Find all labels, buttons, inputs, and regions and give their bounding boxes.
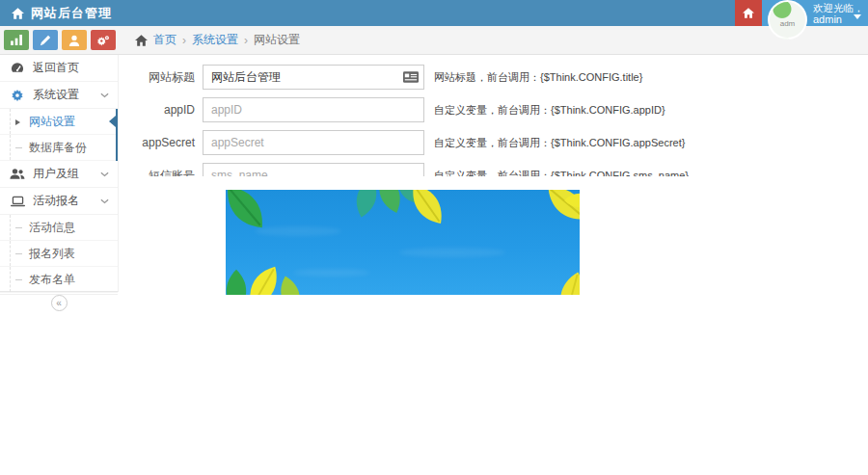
sidebar-subitem-publish-list[interactable]: 发布名单 (0, 267, 118, 293)
activity-submenu: 活动信息 报名列表 发布名单 (0, 215, 118, 293)
sidebar-item-back-home[interactable]: 返回首页 (0, 55, 118, 82)
breadcrumb-separator: › (244, 34, 248, 47)
sidebar-collapse-row: « (0, 294, 118, 311)
sidebar-item-system-settings[interactable]: 系统设置 (0, 82, 118, 109)
sidebar-item-users-groups[interactable]: 用户及组 (0, 161, 118, 188)
breadcrumb-section-link[interactable]: 系统设置 (192, 32, 238, 48)
form-row-appid: appID 自定义变量，前台调用：{$Think.CONFIG.appID} (135, 97, 868, 122)
site-title-input[interactable] (203, 65, 424, 90)
main-content: 网站标题 网站标题，前台调用：{$Think.CONFIG.title} app… (119, 55, 868, 176)
avatar-text: adm (780, 19, 796, 28)
sidebar-subitem-label: 数据库备份 (29, 140, 87, 156)
field-label: 短信账号 (135, 168, 195, 177)
avatar: adm (768, 0, 807, 40)
home-icon (135, 35, 148, 46)
sidebar-subitem-activity-info[interactable]: 活动信息 (0, 215, 118, 241)
home-icon (743, 8, 754, 18)
appid-input[interactable] (203, 97, 424, 122)
sidebar-collapse-button[interactable]: « (51, 295, 68, 311)
chevron-down-icon (100, 172, 109, 177)
pencil-icon (40, 35, 51, 46)
leaf-icon (542, 265, 580, 295)
quick-toolbar (0, 30, 119, 50)
form-row-site-title: 网站标题 网站标题，前台调用：{$Think.CONFIG.title} (135, 65, 868, 90)
tree-dash-icon (15, 147, 22, 148)
edit-button[interactable] (33, 30, 58, 50)
chevron-down-icon (100, 198, 109, 204)
welcome-label: 欢迎光临， (813, 2, 864, 13)
tree-dash-icon (15, 279, 22, 280)
gear-icon (10, 89, 25, 102)
welcome-text: 欢迎光临， admin (813, 2, 864, 25)
user-icon (68, 35, 80, 46)
tree-dash-icon (15, 227, 22, 228)
sidebar-subitem-label: 发布名单 (29, 272, 75, 288)
field-hint: 自定义变量，前台调用：{$Think.CONFIG.appID} (434, 103, 665, 118)
chart-button[interactable] (4, 30, 29, 50)
breadcrumb-home-link[interactable]: 首页 (153, 32, 176, 48)
app-brand[interactable]: 网站后台管理 (0, 5, 112, 22)
sidebar-subitem-label: 网站设置 (29, 114, 75, 130)
leaf-icon (226, 190, 272, 234)
sidebar-item-label: 活动报名 (33, 193, 79, 209)
sidebar-subitem-label: 报名列表 (29, 246, 75, 262)
caret-right-icon (15, 119, 20, 125)
system-settings-submenu: 网站设置 数据库备份 (0, 109, 118, 161)
sidebar-item-activity-signup[interactable]: 活动报名 (0, 188, 118, 215)
settings-form: 网站标题 网站标题，前台调用：{$Think.CONFIG.title} app… (119, 55, 868, 176)
sms-name-input[interactable] (203, 163, 424, 176)
home-icon (12, 8, 24, 19)
active-item-arrow-icon (109, 116, 116, 127)
form-row-sms-account: 短信账号 自定义变量，前台调用：{$Think.CONFIG.sms_name} (135, 163, 868, 176)
banner-image (226, 190, 580, 295)
sidebar-item-label: 系统设置 (33, 87, 79, 103)
cogs-icon (96, 35, 110, 46)
sidebar-subitem-signup-list[interactable]: 报名列表 (0, 241, 118, 267)
breadcrumb-separator: › (182, 34, 186, 47)
users-icon (10, 168, 25, 180)
chevron-down-icon (100, 92, 109, 98)
username-label: admin (813, 13, 842, 25)
field-hint: 自定义变量，前台调用：{$Think.CONFIG.appSecret} (434, 136, 685, 150)
appsecret-input[interactable] (203, 130, 424, 155)
field-label: appSecret (135, 136, 195, 149)
sidebar-item-label: 用户及组 (33, 166, 79, 182)
sidebar-subitem-site-settings[interactable]: 网站设置 (0, 109, 116, 135)
sidebar-subitem-label: 活动信息 (29, 220, 75, 236)
sidebar: 返回首页 系统设置 网站设置 数据库备份 用户及组 (0, 55, 119, 292)
field-label: appID (135, 103, 195, 117)
app-title: 网站后台管理 (31, 5, 112, 22)
id-card-icon (403, 71, 419, 83)
user-button[interactable] (62, 30, 87, 50)
topbar: 网站后台管理 adm 欢迎光临， admin (0, 0, 868, 26)
laptop-icon (10, 196, 25, 207)
field-hint: 网站标题，前台调用：{$Think.CONFIG.title} (434, 70, 642, 85)
field-label: 网站标题 (135, 69, 195, 86)
topbar-right: adm 欢迎光临， admin (735, 0, 868, 26)
user-menu[interactable]: adm 欢迎光临， admin (762, 0, 868, 26)
chart-bars-icon (11, 35, 23, 45)
toolbar-strip: 首页 › 系统设置 › 网站设置 (0, 26, 868, 55)
settings-button[interactable] (91, 30, 116, 50)
chevron-down-icon (854, 14, 861, 19)
leaf-icon (401, 190, 452, 230)
tree-dash-icon (15, 253, 22, 254)
breadcrumb-current: 网站设置 (254, 32, 300, 48)
sidebar-item-label: 返回首页 (33, 60, 79, 76)
form-row-appsecret: appSecret 自定义变量，前台调用：{$Think.CONFIG.appS… (135, 130, 868, 155)
breadcrumb: 首页 › 系统设置 › 网站设置 (119, 32, 300, 48)
home-button[interactable] (735, 0, 762, 26)
dashboard-icon (10, 62, 25, 74)
sidebar-subitem-db-backup[interactable]: 数据库备份 (0, 135, 116, 161)
field-hint: 自定义变量，前台调用：{$Think.CONFIG.sms_name} (434, 169, 689, 177)
